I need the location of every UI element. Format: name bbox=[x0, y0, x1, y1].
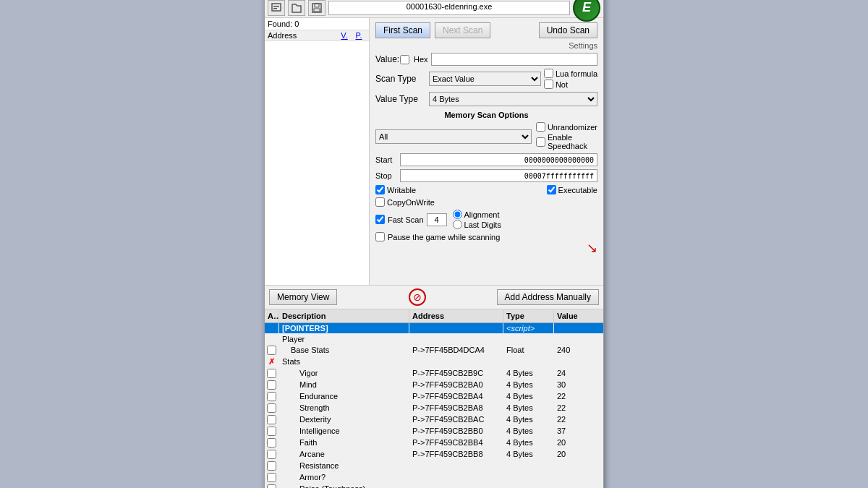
active-cell bbox=[265, 345, 279, 356]
address-table-body[interactable]: [POINTERS]<script>PlayerBase StatsP->7FF… bbox=[265, 323, 603, 488]
v-col-header[interactable]: V. bbox=[337, 31, 352, 40]
address-list[interactable] bbox=[265, 41, 369, 285]
not-checkbox[interactable] bbox=[544, 80, 553, 89]
type-cell: 4 Bytes bbox=[503, 403, 554, 414]
memory-all-select[interactable]: All bbox=[375, 129, 532, 144]
undo-scan-button[interactable]: Undo Scan bbox=[539, 22, 597, 38]
resize-arrow-icon[interactable]: ↘ bbox=[587, 240, 597, 256]
description-cell: Strength bbox=[279, 403, 409, 414]
table-row[interactable]: VigorP->7FF459CB2B9C4 Bytes24 bbox=[265, 368, 603, 380]
col-address: Address bbox=[409, 310, 503, 322]
fast-scan-input[interactable] bbox=[427, 213, 447, 226]
col-type: Type bbox=[503, 310, 554, 322]
last-digits-radio[interactable] bbox=[453, 220, 462, 229]
open-file-button[interactable] bbox=[288, 0, 305, 16]
table-row[interactable]: DexterityP->7FF459CB2BAC4 Bytes22 bbox=[265, 414, 603, 426]
start-input[interactable] bbox=[400, 153, 597, 166]
svg-rect-5 bbox=[314, 9, 320, 12]
table-row[interactable]: IntelligenceP->7FF459CB2BB04 Bytes37 bbox=[265, 426, 603, 437]
scan-type-select[interactable]: Exact Value bbox=[429, 72, 541, 86]
address-cell: P->7FF459CB2BA8 bbox=[409, 403, 503, 414]
row-checkbox[interactable] bbox=[267, 427, 276, 436]
value-cell bbox=[554, 461, 603, 471]
address-table-header: Active Description Address Type Value bbox=[265, 309, 603, 323]
table-row[interactable]: FaithP->7FF459CB2BB44 Bytes20 bbox=[265, 437, 603, 449]
description-cell: Mind bbox=[279, 380, 409, 390]
row-checkbox[interactable] bbox=[267, 484, 276, 488]
table-row[interactable]: Poise (Toughness) bbox=[265, 484, 603, 488]
table-row[interactable]: ArcaneP->7FF459CB2BB84 Bytes20 bbox=[265, 449, 603, 461]
svg-rect-0 bbox=[272, 4, 281, 11]
copyonwrite-checkbox[interactable] bbox=[375, 197, 385, 207]
address-list-header: Address V. P. bbox=[265, 30, 369, 41]
writable-checkbox[interactable] bbox=[375, 185, 385, 194]
row-checkbox[interactable] bbox=[267, 438, 276, 448]
value-input[interactable] bbox=[431, 53, 597, 66]
pause-row: Pause the game while scanning bbox=[375, 232, 597, 241]
open-process-button[interactable] bbox=[268, 0, 285, 16]
description-cell: Base Stats bbox=[279, 345, 409, 356]
row-checkbox[interactable] bbox=[267, 380, 276, 390]
bottom-panel: Memory View ⊘ Add Address Manually bbox=[265, 286, 603, 309]
next-scan-button[interactable]: Next Scan bbox=[435, 22, 490, 38]
add-address-button[interactable]: Add Address Manually bbox=[497, 289, 599, 305]
active-cell bbox=[265, 426, 279, 437]
value-type-select[interactable]: 4 Bytes bbox=[429, 92, 597, 106]
main-content: Found: 0 Address V. P. First Scan Next S… bbox=[265, 18, 603, 286]
address-col-header: Address bbox=[268, 31, 337, 40]
col-active: Active bbox=[265, 310, 279, 322]
first-scan-button[interactable]: First Scan bbox=[375, 22, 430, 38]
stop-button[interactable]: ⊘ bbox=[409, 288, 426, 306]
fast-scan-row: Fast Scan bbox=[375, 213, 447, 226]
process-name: 00001630-eldenring.exe bbox=[328, 1, 570, 15]
pause-game-label: Pause the game while scanning bbox=[388, 233, 500, 241]
memory-view-button[interactable]: Memory View bbox=[269, 289, 337, 305]
executable-checkbox[interactable] bbox=[547, 185, 556, 194]
table-row[interactable]: [POINTERS]<script> bbox=[265, 323, 603, 334]
row-checkbox[interactable] bbox=[267, 415, 276, 424]
type-cell: <script> bbox=[503, 323, 554, 333]
alignment-radio[interactable] bbox=[453, 210, 462, 219]
table-row[interactable]: Base StatsP->7FF45BD4DCA4Float240 bbox=[265, 345, 603, 356]
hex-checkbox[interactable] bbox=[400, 55, 409, 64]
unrandomizer-checkbox[interactable] bbox=[536, 122, 545, 132]
active-cell bbox=[265, 484, 279, 488]
speedhack-checkbox[interactable] bbox=[536, 137, 545, 147]
row-checkbox[interactable] bbox=[267, 450, 276, 459]
description-cell: [POINTERS] bbox=[279, 323, 409, 333]
value-row: Value: Hex bbox=[375, 53, 597, 66]
lua-formula-checkbox[interactable] bbox=[544, 69, 553, 78]
row-checkbox[interactable] bbox=[267, 392, 276, 401]
pause-game-checkbox[interactable] bbox=[375, 232, 385, 241]
value-cell: 240 bbox=[554, 345, 603, 356]
table-row[interactable]: ✗Stats bbox=[265, 356, 603, 368]
active-cell bbox=[265, 403, 279, 414]
row-checkbox[interactable] bbox=[267, 473, 276, 482]
svg-rect-2 bbox=[273, 8, 277, 9]
row-checkbox[interactable] bbox=[267, 346, 276, 355]
address-cell: P->7FF459CB2BB4 bbox=[409, 437, 503, 448]
p-col-header[interactable]: P. bbox=[352, 31, 366, 40]
table-row[interactable]: Resistance bbox=[265, 461, 603, 472]
value-cell: 22 bbox=[554, 403, 603, 414]
lua-formula-label: Lua formula bbox=[556, 69, 597, 78]
row-checkbox[interactable] bbox=[267, 403, 276, 413]
fast-scan-checkbox[interactable] bbox=[375, 215, 385, 224]
address-cell bbox=[409, 484, 503, 488]
writable-row: Writable Executable bbox=[375, 185, 597, 194]
stop-input[interactable] bbox=[400, 169, 597, 182]
col-description: Description bbox=[279, 310, 409, 322]
table-row[interactable]: Armor? bbox=[265, 472, 603, 484]
table-row[interactable]: Player bbox=[265, 334, 603, 345]
table-row[interactable]: EnduranceP->7FF459CB2BA44 Bytes22 bbox=[265, 391, 603, 403]
address-cell: P->7FF459CB2BA4 bbox=[409, 391, 503, 402]
active-cell bbox=[265, 368, 279, 379]
table-row[interactable]: MindP->7FF459CB2BA04 Bytes30 bbox=[265, 380, 603, 391]
type-cell bbox=[503, 472, 554, 483]
row-checkbox[interactable] bbox=[267, 369, 276, 378]
save-button[interactable] bbox=[308, 0, 326, 16]
row-checkbox[interactable] bbox=[267, 461, 276, 471]
stop-label: Stop bbox=[375, 171, 397, 180]
fast-scan-label: Fast Scan bbox=[388, 215, 424, 224]
table-row[interactable]: StrengthP->7FF459CB2BA84 Bytes22 bbox=[265, 403, 603, 414]
